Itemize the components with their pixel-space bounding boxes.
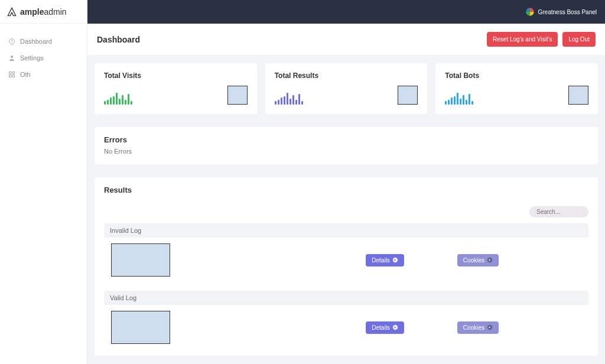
svg-rect-3	[12, 72, 15, 74]
log-block-valid: Valid Log Details Co	[104, 291, 588, 352]
errors-title: Errors	[104, 135, 588, 144]
sidebar: ampleadmin Dashboard Settings Oth	[0, 0, 87, 364]
log-label: Invalid Log	[104, 223, 588, 238]
log-label: Valid Log	[104, 291, 588, 305]
stat-title: Total Bots	[445, 72, 588, 80]
stat-card-bots: Total Bots	[435, 63, 598, 114]
chevron-circle-icon	[487, 257, 493, 263]
svg-rect-4	[9, 75, 12, 77]
header-actions: Reset Log's and Visit's Log Out	[487, 32, 596, 47]
cookies-button[interactable]: Cookies	[457, 254, 499, 266]
svg-rect-5	[12, 75, 15, 77]
svg-rect-2	[9, 72, 12, 74]
sparkline-results	[275, 90, 303, 105]
logout-button[interactable]: Log Out	[562, 32, 596, 47]
content-area: Total Visits Total Results	[87, 55, 605, 364]
sparkline-visits	[104, 90, 132, 105]
stat-value-placeholder	[398, 86, 418, 105]
stat-title: Total Results	[275, 72, 418, 80]
sidebar-item-label: Oth	[20, 71, 31, 78]
sidebar-item-label: Settings	[20, 54, 44, 61]
search-input[interactable]	[529, 206, 588, 217]
panel-badge[interactable]: Greatness Boss Panel	[525, 7, 597, 17]
sidebar-item-oth[interactable]: Oth	[0, 66, 87, 83]
errors-card: Errors No Errors	[95, 127, 598, 164]
log-thumbnail	[111, 243, 170, 277]
panel-label: Greatness Boss Panel	[538, 9, 597, 15]
details-button[interactable]: Details	[366, 321, 404, 334]
details-button[interactable]: Details	[366, 254, 404, 266]
sidebar-item-settings[interactable]: Settings	[0, 50, 87, 66]
brand-icon	[7, 7, 17, 17]
chevron-circle-icon	[487, 324, 493, 330]
clock-icon	[8, 38, 15, 45]
results-title: Results	[104, 186, 132, 194]
chevron-circle-icon	[392, 257, 398, 263]
stat-card-visits: Total Visits	[95, 63, 257, 114]
sidebar-item-dashboard[interactable]: Dashboard	[0, 33, 87, 50]
stat-card-results: Total Results	[265, 63, 428, 114]
cookies-button[interactable]: Cookies	[457, 321, 499, 334]
sidebar-item-label: Dashboard	[20, 38, 52, 45]
topbar: Greatness Boss Panel	[87, 0, 605, 24]
user-icon	[8, 54, 15, 61]
log-block-invalid: Invalid Log Details	[104, 223, 588, 285]
brand-logo: ampleadmin	[0, 0, 87, 24]
stat-value-placeholder	[568, 86, 588, 105]
main-column: Greatness Boss Panel Dashboard Reset Log…	[87, 0, 605, 364]
stat-title: Total Visits	[104, 72, 248, 80]
stats-row: Total Visits Total Results	[95, 63, 598, 114]
sparkline-bots	[445, 90, 473, 105]
results-card: Results Invalid Log Details	[95, 177, 598, 356]
svg-point-1	[11, 56, 13, 58]
log-thumbnail	[111, 311, 170, 344]
app-root: ampleadmin Dashboard Settings Oth	[0, 0, 605, 364]
page-title: Dashboard	[97, 35, 140, 44]
brand-text: ampleadmin	[20, 7, 67, 17]
page-header: Dashboard Reset Log's and Visit's Log Ou…	[87, 24, 605, 55]
grid-icon	[8, 71, 15, 78]
errors-body: No Errors	[104, 148, 588, 155]
chevron-circle-icon	[392, 324, 398, 330]
reset-button[interactable]: Reset Log's and Visit's	[487, 32, 558, 47]
panel-logo-icon	[525, 7, 535, 17]
sidebar-nav: Dashboard Settings Oth	[0, 24, 87, 92]
stat-value-placeholder	[227, 86, 248, 105]
